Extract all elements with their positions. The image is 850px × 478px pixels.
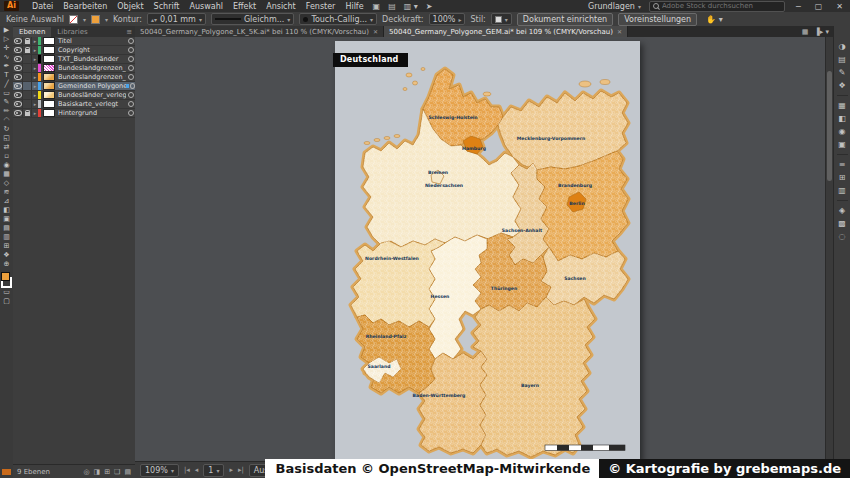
menu-auswahl[interactable]: Auswahl xyxy=(184,2,227,11)
blob-brush-tool-icon[interactable]: ◠ xyxy=(3,116,9,125)
screen-mode-icon[interactable]: ▢ xyxy=(3,297,10,306)
locate-object-icon[interactable]: ◎ xyxy=(83,468,89,476)
layer-row[interactable]: ▸Bundeslandgrenzen_verlegt xyxy=(13,73,135,82)
pencil-tool-icon[interactable]: ✏ xyxy=(4,107,10,116)
visibility-eye-icon[interactable] xyxy=(13,73,23,81)
tab-libraries[interactable]: Libraries xyxy=(51,27,93,37)
lock-icon[interactable] xyxy=(23,46,32,54)
menu-hilfe[interactable]: Hilfe xyxy=(340,2,368,11)
layer-row[interactable]: ▸Bundeslandgrenzen_Linien xyxy=(13,64,135,73)
document-tab-inactive[interactable]: 50040_Germany_Polygone_LK_5K.ai* bei 110… xyxy=(135,26,384,37)
menu-datei[interactable]: Datei xyxy=(27,2,58,11)
navigator-panel-icon[interactable]: ◌ xyxy=(839,230,846,243)
fill-proxy-swatch[interactable] xyxy=(1,272,10,281)
color-panel-icon[interactable]: ◑ xyxy=(839,40,846,53)
direct-selection-tool-icon[interactable]: ▷ xyxy=(4,35,9,44)
artboard-number-field[interactable]: 1▾ xyxy=(203,464,224,477)
visibility-eye-icon[interactable] xyxy=(13,91,23,99)
draw-mode-icon[interactable]: ▭ xyxy=(3,288,10,297)
layer-name[interactable]: Hintergrund xyxy=(57,109,126,117)
lock-icon[interactable] xyxy=(23,37,32,45)
panel-menu-icon[interactable]: ≡ xyxy=(126,28,135,36)
bridge-icon[interactable]: ▣ xyxy=(373,2,381,11)
tab-ebenen[interactable]: Ebenen xyxy=(13,27,51,37)
chevron-down-icon[interactable]: ▾ xyxy=(83,16,86,23)
color-guide-panel-icon[interactable]: ▤ xyxy=(838,53,846,66)
rectangle-tool-icon[interactable]: ▭ xyxy=(3,89,10,98)
free-transform-tool-icon[interactable]: ▫ xyxy=(4,152,9,161)
target-circle-icon[interactable] xyxy=(126,82,135,90)
target-circle-icon[interactable] xyxy=(126,73,135,81)
shape-builder-tool-icon[interactable]: ◉ xyxy=(3,161,9,170)
column-graph-tool-icon[interactable]: ▤ xyxy=(3,224,10,233)
slice-tool-icon[interactable]: ⊞ xyxy=(4,242,10,251)
gradient-tool-icon[interactable]: ≋ xyxy=(4,188,10,197)
type-tool-icon[interactable]: T xyxy=(4,71,8,80)
search-input[interactable] xyxy=(662,2,781,10)
zoom-level-dropdown[interactable]: 109%▾ xyxy=(140,464,179,477)
transparency-panel-icon[interactable]: ◧ xyxy=(838,112,846,125)
layer-row[interactable]: ▸Bundesländer_verlegt xyxy=(13,91,135,100)
artboard[interactable]: Schleswig-Holstein Hamburg Mecklenburg-V… xyxy=(335,41,640,462)
menu-effekt[interactable]: Effekt xyxy=(228,2,261,11)
lock-icon[interactable] xyxy=(23,64,32,72)
preferences-button[interactable]: Voreinstellungen xyxy=(618,13,697,26)
stroke-weight-stepper[interactable]: ▴▾0,01 mm▾ xyxy=(147,13,206,25)
target-circle-icon[interactable] xyxy=(126,100,135,108)
swatches-panel-icon[interactable]: ▦ xyxy=(838,99,846,112)
arrange-icon[interactable]: ▐▸ ▾ xyxy=(814,28,829,36)
blend-tool-icon[interactable]: ◧ xyxy=(3,206,10,215)
width-tool-icon[interactable]: ⇄ xyxy=(4,143,10,152)
layer-name[interactable]: Titel xyxy=(57,37,126,45)
close-button[interactable]: ✕ xyxy=(833,2,846,11)
perspective-grid-tool-icon[interactable]: ▦ xyxy=(3,170,10,179)
brush-dropdown[interactable]: Touch-Callig...▾ xyxy=(299,13,377,25)
fill-stroke-swatches[interactable] xyxy=(1,272,12,288)
layer-name[interactable]: Gemeinden Polygone xyxy=(57,82,126,90)
layer-name[interactable]: Bundeslandgrenzen_Linien xyxy=(57,64,126,72)
layer-name[interactable]: TXT_Bundesländer xyxy=(57,55,126,63)
visibility-eye-icon[interactable] xyxy=(13,55,23,63)
style-dropdown[interactable]: ▾ xyxy=(491,13,512,25)
lasso-tool-icon[interactable]: ∿ xyxy=(4,53,10,62)
line-segment-tool-icon[interactable]: ╱ xyxy=(4,80,8,89)
lock-icon[interactable] xyxy=(23,109,32,117)
target-circle-icon[interactable] xyxy=(126,64,135,72)
visibility-eye-icon[interactable] xyxy=(13,37,23,45)
layer-row[interactable]: ▸Copyright xyxy=(13,46,135,55)
lock-icon[interactable] xyxy=(23,73,32,81)
canvas[interactable]: Schleswig-Holstein Hamburg Mecklenburg-V… xyxy=(135,37,826,462)
chevron-down-icon[interactable]: ▾ xyxy=(105,16,108,23)
restore-button[interactable]: ▢ xyxy=(812,2,826,11)
previous-artboard-icon[interactable]: ◂ xyxy=(195,466,199,474)
lock-icon[interactable] xyxy=(23,82,32,90)
layers-panel-icon[interactable]: ≡ xyxy=(839,158,846,171)
appearance-panel-icon[interactable]: ◉ xyxy=(839,125,846,138)
layer-row[interactable]: ▸Basiskarte_verlegt xyxy=(13,100,135,109)
workspace-switcher[interactable]: Grundlagen▾ xyxy=(588,2,641,11)
target-circle-icon[interactable] xyxy=(126,46,135,54)
graphic-styles-panel-icon[interactable]: ▣ xyxy=(838,138,846,151)
make-clipping-mask-icon[interactable]: ◨ xyxy=(94,468,101,476)
menu-fenster[interactable]: Fenster xyxy=(301,2,341,11)
new-sublayer-icon[interactable]: ⊞ xyxy=(104,468,110,476)
layer-name[interactable]: Copyright xyxy=(57,46,126,54)
lock-icon[interactable] xyxy=(23,100,32,108)
pathfinder-panel-icon[interactable]: ◈ xyxy=(839,204,845,217)
symbol-sprayer-tool-icon[interactable]: ▣ xyxy=(3,215,10,224)
menu-bearbeiten[interactable]: Bearbeiten xyxy=(58,2,112,11)
artboard-tool-icon[interactable]: ▥ xyxy=(3,233,10,242)
layer-row[interactable]: ▸TXT_Bundesländer xyxy=(13,55,135,64)
target-circle-icon[interactable] xyxy=(126,109,135,117)
close-icon[interactable]: ✕ xyxy=(617,28,622,35)
visibility-eye-icon[interactable] xyxy=(13,46,23,54)
visibility-eye-icon[interactable] xyxy=(13,109,23,117)
pen-tool-icon[interactable]: ✒ xyxy=(4,62,10,71)
transform-panel-icon[interactable]: ▩ xyxy=(838,217,846,230)
opacity-field[interactable]: 100%▸ xyxy=(429,13,466,25)
document-setup-button[interactable]: Dokument einrichten xyxy=(517,13,613,26)
last-artboard-icon[interactable]: ▸| xyxy=(238,466,244,474)
brushes-panel-icon[interactable]: ✎ xyxy=(839,66,846,79)
layer-row[interactable]: ▸Titel xyxy=(13,37,135,46)
fill-swatch[interactable] xyxy=(69,15,78,24)
